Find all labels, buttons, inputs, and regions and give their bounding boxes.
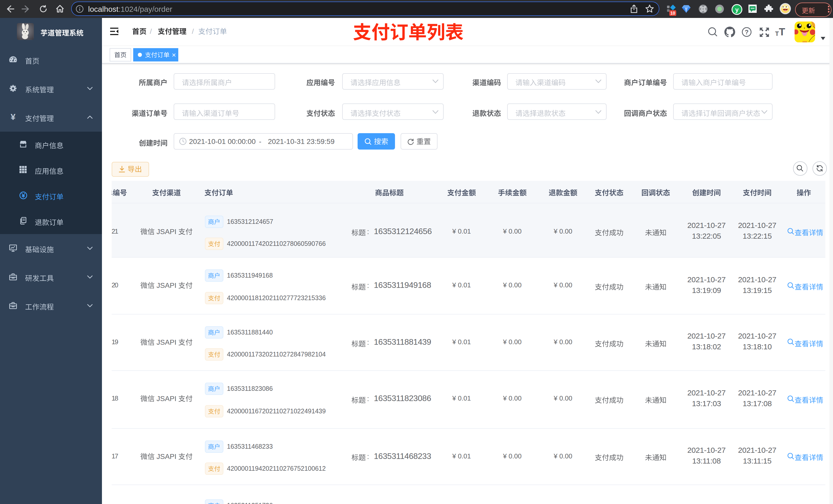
svg-text:10: 10 — [670, 11, 675, 16]
svg-text:y: y — [735, 6, 738, 13]
svg-text:?: ? — [745, 28, 749, 35]
